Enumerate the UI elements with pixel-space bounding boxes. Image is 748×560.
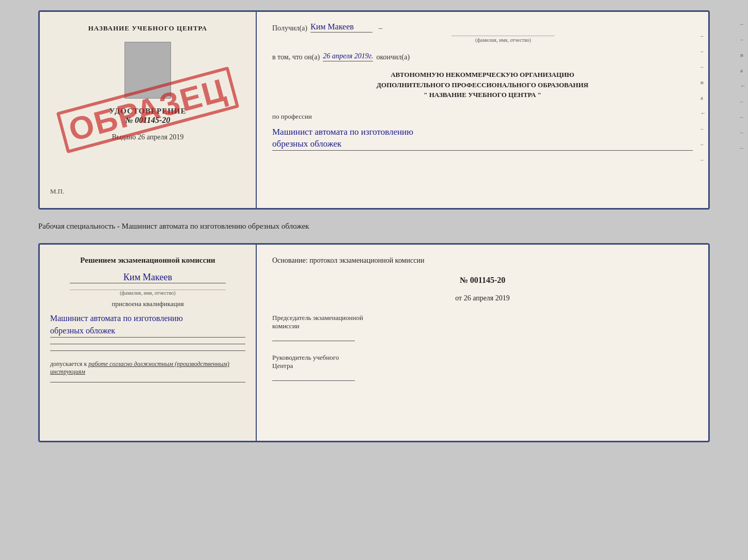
vydano-row: Выдано 26 апреля 2019 [112,133,183,141]
poluchil-row: Получил(а) Ким Макеев – [272,22,693,33]
completion-date: 26 апреля 2019г. [323,52,373,61]
dopuskaetsya-block: допускается к работе согласно должностны… [50,360,245,376]
ot-label: от [455,294,462,302]
rukov-block: Руководитель учебного Центра [272,354,693,381]
vydano-date: 26 апреля 2019 [137,133,183,141]
bottom-doc-left: Решением экзаменационной комиссии Ким Ма… [40,245,257,441]
doc-number: № 001145-20 [109,116,186,125]
person-name: Ким Макеев [310,22,372,33]
line3 [50,382,245,382]
side-marks: – – – и а ← – – – [700,33,706,163]
fio-sub-top: (фамилия, имя, отчество) [451,36,555,43]
top-doc-left: НАЗВАНИЕ УЧЕБНОГО ЦЕНТРА УДОСТОВЕРЕНИЕ №… [40,12,257,208]
bottom-doc-right: Основание: протокол экзаменационной коми… [257,245,708,441]
rukov-label1: Руководитель учебного [272,354,693,362]
bottom-fio-sub: (фамилия, имя, отчество) [70,290,226,296]
bottom-document: Решением экзаменационной комиссии Ким Ма… [38,243,710,442]
photo-placeholder [124,42,171,99]
po-professii-label: по профессии [272,113,693,121]
org-line2: ДОПОЛНИТЕЛЬНОГО ПРОФЕССИОНАЛЬНОГО ОБРАЗО… [272,80,693,90]
profession-line1: Машинист автомата по изготовлению [272,127,413,137]
qualification-value: Машинист автомата по изготовлению обрезн… [50,312,245,338]
ot-date: 26 апреля 2019 [464,294,510,302]
protokol-number: № 001145-20 [272,276,693,285]
udostoverenie-block: УДОСТОВЕРЕНИЕ № 001145-20 [109,107,186,125]
line2 [50,350,245,351]
prisvoena-text: присвоена квалификация [50,300,245,308]
vydano-label: Выдано [112,133,136,141]
top-left-title: НАЗВАНИЕ УЧЕБНОГО ЦЕНТРА [88,24,208,33]
org-line1: АВТОНОМНУЮ НЕКОММЕРЧЕСКУЮ ОРГАНИЗАЦИЮ [272,70,693,80]
org-block: АВТОНОМНУЮ НЕКОММЕРЧЕСКУЮ ОРГАНИЗАЦИЮ ДО… [272,70,693,100]
qual-line2: обрезных обложек [50,326,115,335]
komissia-title: Решением экзаменационной комиссии [50,255,245,266]
middle-text: Рабочая специальность - Машинист автомат… [38,218,710,235]
qual-line1: Машинист автомата по изготовлению [50,314,183,323]
vtom-row: в том, что он(а) 26 апреля 2019г. окончи… [272,52,693,61]
chairman-label1: Председатель экзаменационной [272,314,693,322]
vtom-label: в том, что он(а) [272,53,320,61]
okonchil-label: окончил(а) [376,53,410,61]
profession-value: Машинист автомата по изготовлению обрезн… [272,126,693,151]
osnovanie-label: Основание: протокол экзаменационной коми… [272,255,693,266]
udostoverenie-text: УДОСТОВЕРЕНИЕ [109,107,186,116]
rukov-signature-line [272,380,355,381]
line1 [50,344,245,344]
dopuskaetsya-prefix: допускается к [50,360,87,367]
mp-row: М.П. [50,187,64,196]
rukov-label2: Центра [272,362,693,370]
org-line3: " НАЗВАНИЕ УЧЕБНОГО ЦЕНТРА " [272,90,693,100]
bottom-person-name: Ким Макеев [70,272,226,283]
ot-date-row: от 26 апреля 2019 [272,294,693,302]
top-document: НАЗВАНИЕ УЧЕБНОГО ЦЕНТРА УДОСТОВЕРЕНИЕ №… [38,10,710,210]
chairman-block: Председатель экзаменационной комиссии [272,314,693,341]
chairman-label2: комиссии [272,322,693,330]
poluchil-label: Получил(а) [272,24,307,33]
top-doc-right: Получил(а) Ким Макеев – (фамилия, имя, о… [257,12,708,208]
chairman-signature-line [272,341,355,341]
profession-line2: обрезных обложек [272,139,341,149]
